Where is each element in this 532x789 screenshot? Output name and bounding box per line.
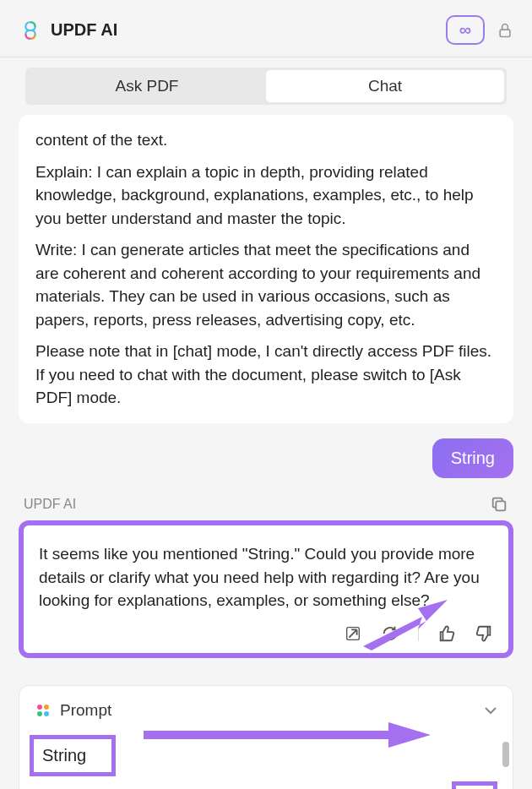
header-right: ∞ bbox=[446, 15, 513, 45]
prompt-footer bbox=[35, 781, 497, 789]
scrollbar-thumb[interactable] bbox=[502, 742, 509, 767]
svg-rect-0 bbox=[500, 30, 510, 36]
prompt-input[interactable]: String bbox=[30, 735, 116, 776]
chevron-down-icon[interactable] bbox=[484, 706, 497, 715]
lock-icon[interactable] bbox=[497, 20, 513, 41]
infinity-icon: ∞ bbox=[459, 20, 471, 40]
infinity-button[interactable]: ∞ bbox=[446, 15, 485, 45]
response-card: It seems like you mentioned "String." Co… bbox=[19, 520, 513, 658]
thumbs-up-icon[interactable] bbox=[437, 624, 456, 643]
svg-point-5 bbox=[37, 711, 42, 716]
prompt-box: Prompt String bbox=[19, 685, 513, 789]
svg-point-6 bbox=[44, 711, 49, 716]
svg-point-3 bbox=[37, 705, 42, 710]
app-title: UPDF AI bbox=[51, 20, 117, 40]
tab-ask-pdf[interactable]: Ask PDF bbox=[28, 70, 266, 102]
prompt-input-row: String bbox=[35, 735, 497, 776]
logo-icon bbox=[19, 19, 42, 42]
prompt-header-left: Prompt bbox=[35, 701, 111, 720]
tab-chat[interactable]: Chat bbox=[266, 70, 504, 102]
intro-p4: Please note that in [chat] mode, I can't… bbox=[35, 340, 497, 410]
tab-container: Ask PDF Chat bbox=[25, 68, 507, 105]
response-actions bbox=[39, 624, 493, 643]
svg-point-4 bbox=[44, 705, 49, 710]
header: UPDF AI ∞ bbox=[0, 0, 532, 57]
prompt-label: Prompt bbox=[60, 701, 111, 720]
response-text: It seems like you mentioned "String." Co… bbox=[39, 542, 493, 612]
share-icon[interactable] bbox=[344, 624, 362, 643]
user-message-row: String bbox=[19, 438, 513, 478]
agent-label: UPDF AI bbox=[24, 497, 76, 512]
intro-p3: Write: I can generate articles that meet… bbox=[35, 238, 497, 331]
thumbs-down-icon[interactable] bbox=[475, 624, 493, 643]
svg-rect-1 bbox=[496, 501, 505, 510]
intro-p1: content of the text. bbox=[35, 128, 497, 152]
prompt-header[interactable]: Prompt bbox=[35, 701, 497, 720]
agent-label-row: UPDF AI bbox=[24, 495, 508, 514]
user-message-bubble: String bbox=[432, 438, 513, 478]
assistant-intro-card: content of the text. Explain: I can expl… bbox=[19, 115, 513, 423]
action-divider bbox=[418, 626, 419, 641]
copy-icon[interactable] bbox=[490, 495, 508, 514]
intro-p2: Explain: I can explain a topic in depth,… bbox=[35, 161, 497, 231]
regenerate-icon[interactable] bbox=[381, 624, 399, 643]
dots-icon bbox=[35, 702, 52, 719]
send-button[interactable] bbox=[452, 781, 497, 789]
header-left: UPDF AI bbox=[19, 19, 117, 42]
